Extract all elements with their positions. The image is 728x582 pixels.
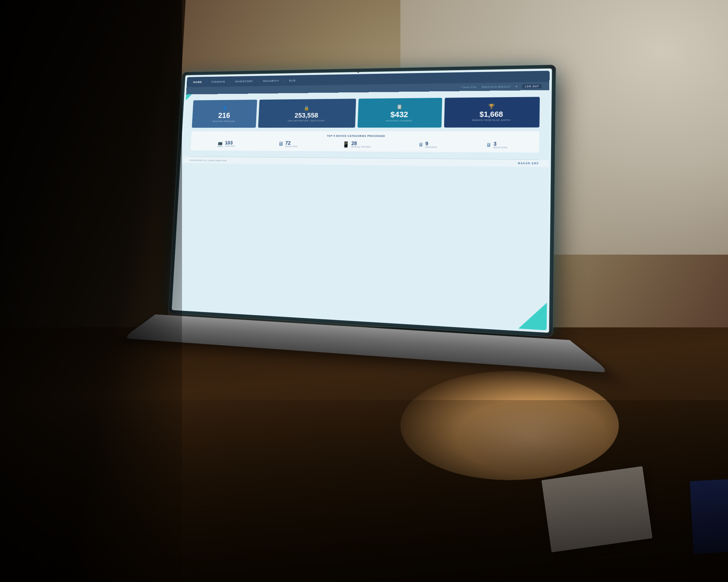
category-monitors: 🖥 3 MONITORS [486, 141, 507, 149]
devices-icon: 👤 [222, 105, 228, 111]
nav-item-elr[interactable]: ELR [289, 79, 296, 82]
rebate-icon: 🏆 [488, 104, 494, 109]
mobile-icon: 📱 [343, 141, 350, 148]
nav-separator-3: | [258, 79, 258, 82]
lbs-icon: 🔒 [304, 105, 310, 110]
server-count: 9 [425, 141, 437, 146]
devices-label: DEVICES PROCESS [213, 120, 235, 123]
nav-item-inventory[interactable]: INVENTORY [235, 80, 253, 83]
blue-book [690, 479, 728, 554]
server-icon: 🖥 [418, 142, 424, 148]
laptop-wrapper: HOME | FINANCE | INVENTORY | SECURITY | … [167, 64, 580, 367]
desktop-icon: 🖥 [278, 141, 284, 147]
desktop-name: DESKTOPS [285, 146, 297, 148]
invoiced-icon: 📋 [396, 104, 402, 109]
mobile-count: 28 [351, 141, 371, 146]
categories-section: TOP 5 DEVICE CATEGORIES PROCESSED 💻 103 … [190, 131, 539, 152]
laptop-name: LAPTOPS [225, 145, 235, 147]
nav-item-security[interactable]: SECURITY [263, 79, 279, 82]
lbs-number: 253,558 [294, 112, 318, 118]
stats-row: 👤 216 DEVICES PROCESS 🔒 253,558 LBS DEST… [192, 97, 540, 128]
stat-card-rebate: 🏆 $1,668 REBATE FROM BLUE EARTH [444, 97, 540, 127]
nav-item-home[interactable]: HOME [193, 80, 202, 84]
stat-card-devices: 👤 216 DEVICES PROCESS [192, 100, 257, 128]
monitor-name: MONITORS [494, 146, 507, 148]
footer-text: Electronics (Mac, Inc. Customer Impact P… [190, 159, 227, 162]
notebook [541, 466, 652, 552]
category-desktops: 🖥 72 DESKTOPS [278, 140, 298, 147]
lbs-label: LBS DESTROYED / RECYCLED [288, 119, 325, 121]
stat-card-invoiced: 📋 $432 INVOICED CHARGES [357, 98, 442, 128]
nav-item-finance[interactable]: FINANCE [211, 80, 225, 83]
nav-separator-4: | [284, 79, 285, 82]
logout-button[interactable]: LOG OUT [522, 84, 541, 88]
main-content: 👤 216 DEVICES PROCESS 🔒 253,558 LBS DEST… [183, 90, 550, 160]
rebate-label: REBATE FROM BLUE EARTH [472, 119, 510, 121]
desktop-count: 72 [285, 140, 298, 146]
monitor-icon: 🖥 [486, 142, 492, 148]
server-name: SERVERS [425, 146, 437, 148]
rebate-number: $1,668 [479, 111, 503, 118]
invoiced-number: $432 [390, 111, 408, 119]
mobile-name: MOBILE PHONES [351, 146, 371, 148]
teal-accent-bottomright [518, 301, 547, 330]
invoiced-label: INVOICED CHARGES [386, 120, 412, 122]
category-servers: 🖥 9 SERVERS [418, 141, 437, 148]
laptop-bezel: HOME | FINANCE | INVENTORY | SECURITY | … [168, 65, 556, 337]
desk-surface [0, 327, 728, 582]
laptop-icon: 💻 [217, 140, 223, 147]
monitor-count: 3 [494, 141, 508, 146]
nav-separator-2: | [230, 80, 230, 83]
category-laptops: 💻 103 LAPTOPS [217, 140, 235, 147]
categories-row: 💻 103 LAPTOPS 🖥 72 DESKTOPS [196, 140, 533, 149]
laptop-count: 103 [225, 140, 235, 145]
laptop-screen: HOME | FINANCE | INVENTORY | SECURITY | … [174, 71, 549, 330]
stat-card-lbs: 🔒 253,558 LBS DESTROYED / RECYCLED [258, 99, 356, 128]
categories-title: TOP 5 DEVICE CATEGORIES PROCESSED [197, 135, 533, 137]
brand-name: MAKOR ERP [518, 162, 539, 165]
date-range: 2019-01-01 to 2019-01-27 [482, 85, 511, 88]
devices-number: 216 [218, 112, 230, 119]
filter-icon[interactable]: ▼ [515, 85, 518, 88]
category-mobiles: 📱 28 MOBILE PHONES [343, 141, 372, 148]
filter-label: 7 Items Prior [460, 85, 477, 88]
hands-area [400, 371, 619, 480]
nav-separator-1: | [206, 80, 207, 83]
